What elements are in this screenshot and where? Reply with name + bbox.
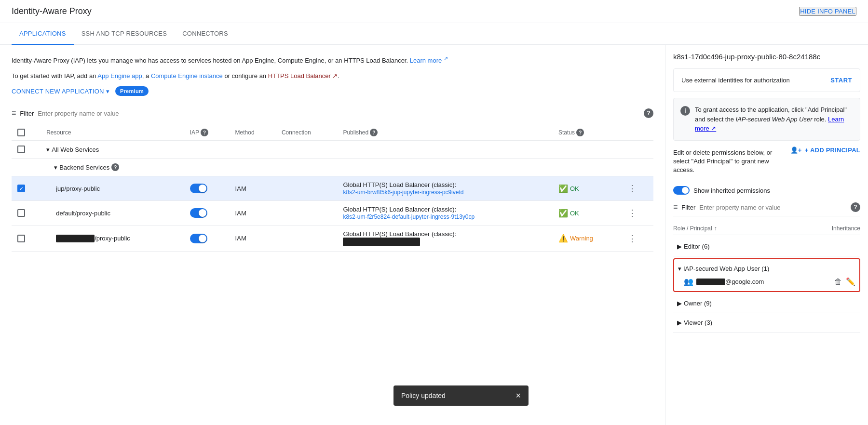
- table-row: default/proxy-public IAM Global HTTP(S) …: [12, 201, 653, 226]
- snackbar-close-button[interactable]: ×: [515, 391, 521, 400]
- learn-more-link[interactable]: Learn more ↗: [410, 57, 448, 64]
- start-button[interactable]: START: [830, 77, 852, 84]
- hide-info-panel-button[interactable]: HIDE INFO PANEL: [799, 7, 856, 16]
- info-icon: i: [680, 106, 690, 116]
- row2-menu-button[interactable]: ⋮: [628, 208, 637, 218]
- show-inherited-toggle[interactable]: [673, 186, 690, 195]
- role-viewer-label: Viewer (3): [684, 319, 712, 326]
- compute-engine-link[interactable]: Compute Engine instance: [151, 72, 223, 80]
- row1-connection: [276, 176, 337, 201]
- role-editor-row: ▶ Editor (6): [673, 237, 860, 256]
- row2-checkbox[interactable]: [17, 209, 25, 217]
- right-filter-input[interactable]: [699, 204, 847, 211]
- col-connection: Connection: [276, 125, 337, 141]
- row3-resource: /proxy-public: [41, 226, 184, 252]
- row1-checkbox[interactable]: [17, 185, 25, 192]
- row2-iap-toggle[interactable]: [190, 208, 207, 218]
- add-principal-button[interactable]: 👤+ + ADD PRINCIPAL: [790, 146, 860, 154]
- nav-tabs: APPLICATIONS SSH AND TCP RESOURCES CONNE…: [0, 23, 868, 45]
- right-filter-help-icon[interactable]: ?: [851, 202, 860, 212]
- role-owner-label: Owner (9): [684, 300, 712, 307]
- chevron-down-icon: ▾: [106, 88, 109, 95]
- ext-auth-text: Use external identities for authorizatio…: [681, 77, 790, 84]
- col-iap: IAP ?: [184, 125, 230, 141]
- tab-ssh-tcp[interactable]: SSH AND TCP RESOURCES: [74, 23, 175, 45]
- role-editor-expand[interactable]: ▶ Editor (6): [677, 243, 709, 250]
- app-engine-link[interactable]: App Engine app: [97, 72, 142, 80]
- col-checkbox: [12, 125, 41, 141]
- role-viewer-expand[interactable]: ▶ Viewer (3): [677, 319, 712, 326]
- delete-member-button[interactable]: 🗑: [834, 278, 842, 286]
- row1-published-link[interactable]: k8s2-um-brw8f5k6-jup-jupyter-ingress-pc9…: [343, 189, 463, 196]
- action-row: CONNECT NEW APPLICATION ▾ Premium: [12, 86, 653, 96]
- row3-connection: [276, 226, 337, 252]
- info-box: i To grant access to the application, cl…: [673, 98, 860, 141]
- chevron-right-icon: ▶: [677, 300, 682, 307]
- row2-published-link[interactable]: k8s2-um-f2r5e824-default-jupyter-ingress…: [343, 213, 475, 220]
- role-principal-header: Role / Principal ↑: [673, 225, 717, 232]
- resources-table: Resource IAP ? Method Connection Publish…: [12, 125, 653, 252]
- help-icon[interactable]: ?: [644, 108, 653, 118]
- iap-help-icon[interactable]: ?: [201, 129, 208, 136]
- chevron-down-icon: ▾: [678, 265, 681, 272]
- top-bar: Identity-Aware Proxy HIDE INFO PANEL: [0, 0, 868, 23]
- row1-resource: jup/proxy-public: [41, 176, 184, 201]
- description-line2: To get started with IAP, add an App Engi…: [12, 71, 653, 81]
- connect-new-application-button[interactable]: CONNECT NEW APPLICATION ▾: [12, 88, 109, 95]
- col-published: Published ?: [337, 125, 553, 141]
- row3-menu-button[interactable]: ⋮: [628, 234, 637, 243]
- ok-icon: ✅: [558, 184, 568, 193]
- role-viewer-item: ▶ Viewer (3): [673, 316, 860, 329]
- row3-status: ⚠️ Warning: [558, 234, 616, 243]
- select-all-checkbox[interactable]: [17, 129, 25, 136]
- left-panel: Identity-Aware Proxy (IAP) lets you mana…: [0, 45, 665, 425]
- row2-method: IAM: [230, 201, 276, 226]
- member-actions: 🗑 ✏️: [834, 277, 855, 286]
- role-iap-member: 👥 @google.com 🗑 ✏️: [674, 275, 859, 288]
- group-all-label: All Web Services: [52, 146, 99, 153]
- role-iap-expand[interactable]: ▾ IAP-secured Web App User (1): [678, 265, 769, 272]
- role-owner-expand[interactable]: ▶ Owner (9): [677, 300, 712, 307]
- row3-iap-toggle[interactable]: [190, 234, 207, 243]
- role-editor-label: Editor (6): [684, 243, 709, 250]
- row1-status: ✅ OK: [558, 184, 616, 193]
- row2-resource: default/proxy-public: [41, 201, 184, 226]
- row1-iap-toggle[interactable]: [190, 184, 207, 193]
- role-owner-item: ▶ Owner (9): [673, 297, 860, 310]
- col-method: Method: [230, 125, 276, 141]
- redacted-link: [343, 238, 420, 246]
- chevron-right-icon: ▶: [677, 243, 682, 250]
- page-title: Identity-Aware Proxy: [12, 6, 92, 16]
- row3-checkbox[interactable]: [17, 235, 25, 242]
- toggle-inherited-label: Show inherited permissions: [693, 187, 770, 194]
- right-filter-label: Filter: [681, 204, 695, 211]
- description-line1: Identity-Aware Proxy (IAP) lets you mana…: [12, 54, 653, 66]
- table-row: jup/proxy-public IAM Global HTTP(S) Load…: [12, 176, 653, 201]
- chevron-down-icon: ▾: [54, 164, 57, 171]
- member-info: 👥 @google.com: [684, 277, 764, 286]
- tab-connectors[interactable]: CONNECTORS: [175, 23, 236, 45]
- group-all-web-services: ▾ All Web Services: [12, 141, 653, 159]
- backend-help-icon[interactable]: ?: [111, 163, 119, 171]
- right-panel: k8s1-17d0c496-jup-proxy-public-80-8c2418…: [665, 45, 868, 425]
- chevron-right-icon: ▶: [677, 319, 682, 326]
- role-iap-item: ▾ IAP-secured Web App User (1): [674, 262, 859, 275]
- tab-applications[interactable]: APPLICATIONS: [12, 23, 74, 45]
- role-viewer-row: ▶ Viewer (3): [673, 313, 860, 332]
- role-owner-row: ▶ Owner (9): [673, 294, 860, 313]
- redacted-email: [696, 279, 725, 285]
- filter-icon: ≡: [12, 109, 16, 118]
- row1-menu-button[interactable]: ⋮: [628, 184, 637, 193]
- edit-member-button[interactable]: ✏️: [846, 277, 855, 286]
- https-lb-link[interactable]: HTTPS Load Balancer ↗: [268, 72, 338, 80]
- external-auth-box: Use external identities for authorizatio…: [673, 68, 860, 92]
- group-all-checkbox[interactable]: [17, 146, 25, 153]
- role-iap-row: ▾ IAP-secured Web App User (1) 👥 @google…: [673, 258, 860, 292]
- right-panel-title: k8s1-17d0c496-jup-proxy-public-80-8c2418…: [673, 53, 860, 61]
- status-help-icon[interactable]: ?: [576, 129, 584, 136]
- filter-input[interactable]: [38, 110, 640, 117]
- col-status: Status ?: [553, 125, 622, 141]
- published-help-icon[interactable]: ?: [370, 129, 378, 136]
- group-backend-services: ▾ Backend Services ?: [12, 159, 653, 176]
- table-row: /proxy-public IAM Global HTTP(S) Load Ba…: [12, 226, 653, 252]
